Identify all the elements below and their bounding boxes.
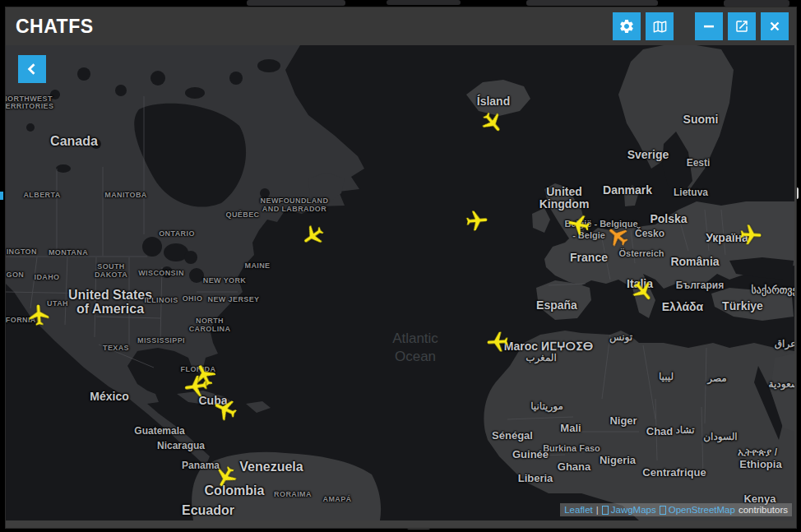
map-label: ALBERTA <box>23 191 60 199</box>
map-label: Kingdom <box>539 197 590 210</box>
popout-button[interactable] <box>728 12 756 40</box>
map-label: Guinée <box>512 448 549 460</box>
map-attribution: Leaflet | JawgMaps OpenStreetMap contrib… <box>560 503 792 516</box>
close-button[interactable] <box>761 12 789 40</box>
app-window: CHATFS <box>5 7 797 529</box>
map-label: NEW JERSEY <box>207 295 259 303</box>
airplane-icon <box>484 328 511 354</box>
map-label: Guatemala <box>134 425 184 437</box>
map-label: საქართველ <box>752 285 794 296</box>
leaflet-link[interactable]: Leaflet <box>564 505 593 515</box>
map-label: TEXAS <box>103 344 129 352</box>
map-label: Lietuva <box>674 187 708 198</box>
copyright-tofu-icon <box>602 506 609 515</box>
titlebar: CHATFS <box>6 7 796 45</box>
map-label: NEW YORK <box>203 276 247 285</box>
map-label: موريتانيا <box>530 400 563 412</box>
plane-marker[interactable] <box>734 222 764 248</box>
airplane-icon <box>464 208 491 235</box>
map-label: Suomi <box>683 113 719 126</box>
map-label: RORAIMA <box>274 490 312 498</box>
map-view[interactable]: NORTHWESTTERRITORIESCanadaALBERTAMANITOB… <box>6 45 794 520</box>
map-label: MAINE <box>245 261 271 270</box>
map-label: NORTH <box>196 317 224 325</box>
map-label: Nicaragua <box>157 440 205 451</box>
map-label: of America <box>76 302 144 317</box>
map-label: Ecuador <box>182 503 234 518</box>
airplane-icon <box>26 302 53 328</box>
back-button[interactable] <box>18 55 46 83</box>
map-label: NEWFOUNDLAND <box>261 197 329 205</box>
map-label: ኢትዮጵያ / <box>738 446 777 458</box>
map-label: Atlantic <box>392 331 438 347</box>
chevron-left-icon <box>24 61 40 77</box>
map-icon <box>652 19 668 35</box>
airplane-icon <box>738 222 764 248</box>
map-label: Česko <box>635 228 664 239</box>
map-label: AND LABRADOR <box>262 205 326 213</box>
plane-marker[interactable] <box>181 371 214 401</box>
desktop-artifact <box>247 0 345 6</box>
map-label: السودان <box>703 431 737 442</box>
map-label: Ghana <box>558 460 590 473</box>
map-label: Türkiye <box>722 299 763 312</box>
map-label: Ethiopia <box>739 458 781 470</box>
desktop-artifact <box>526 0 658 6</box>
map-label: România <box>670 255 719 268</box>
plane-marker[interactable] <box>26 302 53 331</box>
map-label: Danmark <box>603 183 652 197</box>
map-label: Panama <box>182 460 220 471</box>
map-label: WISCONSIN <box>138 269 184 277</box>
map-label: Chad <box>646 425 674 437</box>
map-label: Maroc ⵍⵎⵖⵔⵉⴱ <box>504 340 594 353</box>
map-label: Sverige <box>627 148 669 161</box>
app-title: CHATFS <box>16 16 94 38</box>
minimize-button[interactable] <box>695 12 723 40</box>
jawgmaps-link[interactable]: JawgMaps <box>602 505 656 515</box>
map-label: AMAPÁ <box>323 495 352 503</box>
map-label: OREGON <box>6 271 24 279</box>
map-label: France <box>570 251 608 264</box>
map-label: Canada <box>50 134 98 149</box>
desktop-artifact <box>724 0 789 7</box>
map-label: България <box>676 280 724 291</box>
map-label: مصر <box>707 372 726 384</box>
map-label: ONTARIO <box>159 229 195 238</box>
plane-marker[interactable] <box>461 208 490 235</box>
external-link-icon <box>734 19 749 34</box>
titlebar-buttons <box>613 12 789 40</box>
map-label: Ocean <box>395 349 436 365</box>
map-label: Centrafrique <box>642 466 706 479</box>
plane-marker[interactable] <box>484 328 514 354</box>
map-label: Polska <box>650 212 687 225</box>
close-icon <box>767 19 782 34</box>
map-label: Burkina Faso <box>543 443 600 453</box>
map-label: المغرب <box>526 352 557 363</box>
map-label: Venezuela <box>239 460 303 474</box>
map-label: MONTANA <box>49 248 88 257</box>
map-label: TERRITORIES <box>6 102 53 110</box>
map-label: United States <box>68 288 152 303</box>
map-label: السعودية <box>769 378 794 390</box>
openstreetmap-link[interactable]: OpenStreetMap <box>660 505 735 515</box>
attribution-divider: | <box>596 505 599 515</box>
settings-button[interactable] <box>613 12 641 40</box>
map-label: ليبيا <box>659 371 674 382</box>
airplane-icon <box>181 371 211 400</box>
copyright-tofu-icon <box>660 506 666 515</box>
map-label: MANITOBA <box>104 191 147 199</box>
map-label: SOUTH <box>97 262 125 271</box>
map-label: تونس <box>609 331 632 343</box>
map-label: تشاد <box>675 424 694 436</box>
map-label: IDAHO <box>35 273 60 281</box>
map-label: Mali <box>560 422 581 434</box>
map-label: QUÉBEC <box>226 210 260 219</box>
map-label: Eesti <box>687 157 711 169</box>
attribution-suffix: contributors <box>738 505 788 515</box>
desktop-artifact <box>387 0 461 5</box>
map-layers-button[interactable] <box>646 12 674 40</box>
map-label: United <box>546 185 582 198</box>
map-label: Sénégal <box>492 429 533 442</box>
desktop-artifact <box>0 192 3 200</box>
map-label: DAKOTA <box>95 271 127 279</box>
